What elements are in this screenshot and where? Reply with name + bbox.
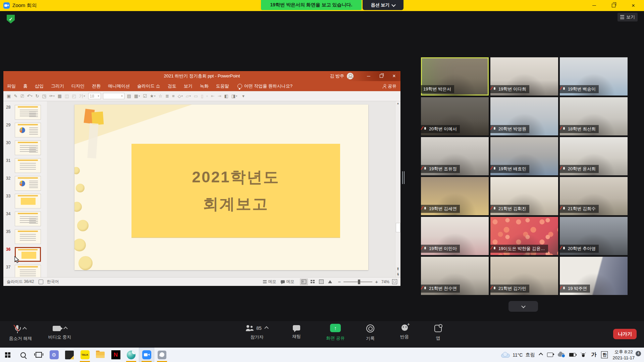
ppt-share-button[interactable]: 공유 (383, 83, 396, 89)
battery-icon[interactable] (569, 353, 576, 357)
slideshow-button[interactable] (326, 279, 334, 285)
slide-thumbnail[interactable]: 29 (3, 123, 47, 137)
layout-icon[interactable]: ◫ (65, 94, 69, 99)
align-left-icon[interactable]: ≣ (165, 94, 169, 99)
slide-scrollbar[interactable]: ▲ ▼ (395, 101, 400, 270)
record-button[interactable]: 기록 (357, 324, 384, 342)
video-tile[interactable]: 21학번 천수연 (421, 257, 489, 295)
tab-home[interactable]: 홈 (19, 81, 31, 91)
ppt-minimize-button[interactable] (362, 71, 375, 81)
tell-me-box[interactable]: 어떤 작업을 원하시나요? (244, 83, 292, 89)
zoom-slider-thumb[interactable] (358, 280, 360, 284)
unmute-button[interactable]: 음소거 해제 (6, 325, 35, 342)
accessibility-icon[interactable] (39, 280, 43, 284)
video-tile[interactable]: 20학번 이예서 (421, 97, 489, 135)
gallery-view-button[interactable]: 보기 (618, 13, 638, 21)
tab-slideshow[interactable]: 슬라이드 쇼 (133, 81, 164, 91)
video-tile[interactable]: 19학번 박은서 (421, 57, 489, 96)
table-icon[interactable]: ▦▾ (134, 94, 140, 99)
video-tile[interactable]: 20학번 추아영 (560, 217, 628, 255)
mic-options-caret[interactable] (23, 326, 26, 331)
video-tile[interactable]: 19이도은 박한울 김윤… (490, 217, 558, 255)
tab-view[interactable]: 보기 (180, 81, 196, 91)
video-tile[interactable]: 19학번 김세연 (421, 177, 489, 215)
next-slide-button[interactable]: ⇟ (395, 272, 400, 276)
video-tile[interactable]: 18학번 최선희 (560, 97, 628, 135)
start-slideshow-icon[interactable]: ◳ (42, 94, 46, 99)
panel-resize-handle[interactable] (402, 171, 406, 184)
clock-widget[interactable]: 오후 8:22 2021-11-17 (612, 349, 635, 361)
star-icon[interactable]: ☆ (159, 94, 163, 99)
shapes-icon[interactable]: ◇▾ (178, 94, 183, 99)
video-tile[interactable]: 19학번 이다희 (490, 57, 558, 96)
print-icon[interactable]: ⎚ (20, 94, 24, 99)
ime-mode-indicator[interactable]: 가 (591, 351, 596, 358)
tab-review[interactable]: 검토 (164, 81, 180, 91)
slide-thumbnail[interactable]: 30 (3, 140, 47, 155)
slide-thumbnail-selected[interactable]: 36 (3, 247, 47, 262)
language-indicator[interactable]: 한국어 (47, 279, 59, 285)
view-options-button[interactable]: 옵션 보기 (363, 0, 404, 10)
tab-file[interactable]: 파일 (3, 81, 19, 91)
misc-app-button[interactable] (154, 348, 170, 362)
notes-button[interactable]: 메모 (263, 279, 276, 285)
notes-app-button[interactable] (62, 348, 77, 362)
save-icon[interactable]: ▣ (7, 94, 11, 99)
onedrive-icon[interactable] (558, 353, 565, 357)
tab-animations[interactable]: 애니메이션 (104, 81, 133, 91)
close-button[interactable]: × (625, 0, 642, 11)
security-shield-icon[interactable]: ✓ (7, 15, 15, 23)
kakaotalk-app-button[interactable]: TALK (77, 348, 93, 362)
align-right-icon[interactable]: ≡ (172, 94, 175, 99)
tab-draw[interactable]: 그리기 (47, 81, 68, 91)
slide-thumbnail[interactable]: 37 (3, 265, 47, 277)
share-screen-button[interactable]: ↑ 화면 공유 (319, 324, 352, 341)
slide-canvas[interactable]: 2021학년도 회계보고 (74, 105, 368, 270)
hidden-icons-chevron[interactable] (539, 353, 543, 357)
toolbar-collapse-icon[interactable]: ▾ (242, 94, 245, 99)
normal-view-button[interactable] (300, 279, 308, 285)
star-burst-icon[interactable]: ★▾ (150, 94, 156, 99)
bring-forward-icon[interactable]: ▯ (201, 94, 203, 99)
comments-button[interactable]: 메모 (281, 279, 294, 285)
tab-help[interactable]: 도움말 (212, 81, 233, 91)
leave-meeting-button[interactable]: 나가기 (613, 329, 637, 339)
ppt-restore-button[interactable] (375, 71, 388, 81)
zoom-slider[interactable] (343, 282, 372, 282)
tab-transitions[interactable]: 전환 (88, 81, 104, 91)
video-options-caret[interactable] (64, 326, 67, 331)
scroll-up-icon[interactable]: ▲ (395, 102, 400, 105)
tab-insert[interactable]: 삽입 (31, 81, 47, 91)
slide-thumbnail[interactable]: 33 (3, 194, 47, 208)
ppt-account[interactable]: 김 방주 (330, 71, 354, 81)
video-tile[interactable]: 19학번 배효민 (490, 137, 558, 175)
video-tile[interactable]: 20학번 윤서희 (560, 137, 628, 175)
search-button[interactable] (15, 348, 31, 362)
start-button[interactable] (0, 348, 15, 362)
fit-to-window-icon[interactable] (392, 279, 397, 284)
fill-color-icon[interactable]: ◨▾ (231, 94, 237, 99)
reading-view-button[interactable] (317, 279, 325, 285)
file-explorer-button[interactable] (93, 348, 108, 362)
font-name-box[interactable]: ▾ (103, 93, 124, 99)
slide-sorter-button[interactable] (309, 279, 317, 285)
weather-widget[interactable]: 11°C 흐림 (500, 352, 535, 358)
zoom-in-button[interactable]: + (375, 279, 378, 285)
distribute-icon[interactable]: ⇥ (218, 94, 221, 99)
zoom-percent[interactable]: 74% (381, 280, 389, 284)
check-icon[interactable]: ☑ (143, 94, 147, 99)
netflix-app-button[interactable]: N (108, 348, 123, 362)
zoom-app-button[interactable] (139, 348, 154, 362)
stop-video-button[interactable]: 비디오 중지 (43, 326, 76, 340)
slide-thumbnail[interactable]: 31 (3, 158, 47, 173)
edit-icon[interactable]: ✎ (14, 94, 17, 99)
align-objects-icon[interactable]: ⇤ (211, 94, 215, 99)
font-size-box[interactable]: 18▾ (88, 93, 101, 99)
video-tile[interactable]: 19 박주연 (560, 257, 628, 295)
participants-caret[interactable] (265, 326, 268, 331)
send-back-icon[interactable]: ▫ (206, 94, 208, 99)
task-view-button[interactable] (31, 348, 46, 362)
restore-button[interactable] (605, 0, 622, 11)
video-tile[interactable]: 21학번 김가민 (490, 257, 558, 295)
reset-icon[interactable]: ◰ (72, 94, 76, 99)
